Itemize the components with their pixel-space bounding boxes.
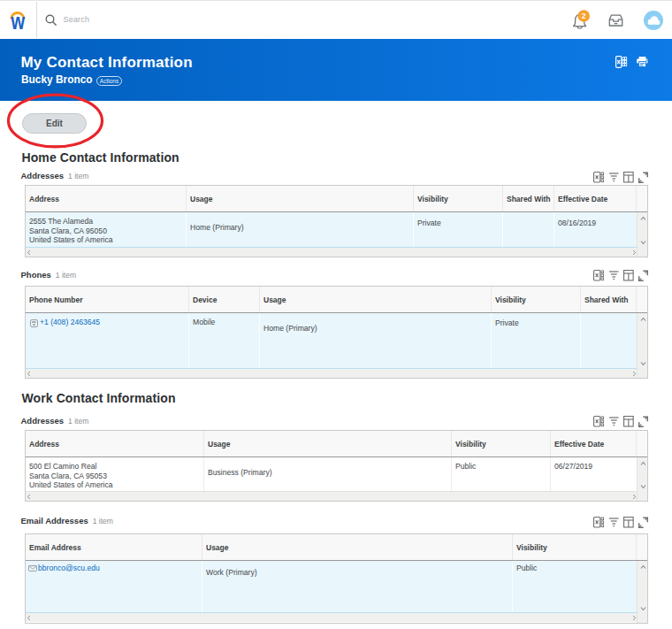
svg-text:w: w — [11, 10, 26, 31]
svg-text:2: 2 — [582, 12, 586, 20]
